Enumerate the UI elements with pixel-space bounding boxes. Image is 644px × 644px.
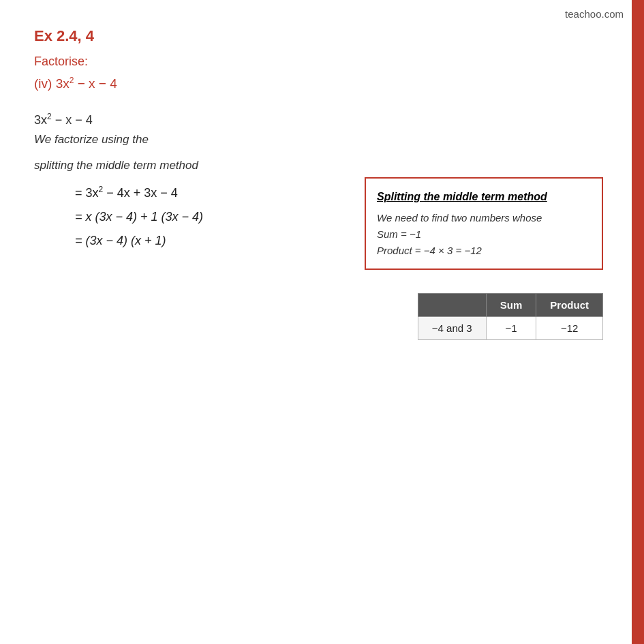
table-col-sum: Sum: [486, 294, 536, 317]
branding-text: teachoo.com: [565, 8, 624, 20]
split-line2: Sum = −1: [377, 228, 421, 240]
exercise-title: Ex 2.4, 4: [34, 27, 617, 45]
split-box: Splitting the middle term method We need…: [365, 177, 603, 270]
factorize-desc-2: splitting the middle term method: [34, 159, 617, 172]
red-sidebar: [632, 0, 644, 644]
table-cell-label: −4 and 3: [418, 317, 486, 340]
factor-table: Sum Product −4 and 3 −1 −12: [418, 293, 603, 340]
content: Ex 2.4, 4 Factorise: (iv) 3x2 − x − 4 3x…: [34, 27, 617, 258]
factorise-label: Factorise:: [34, 55, 617, 69]
page: teachoo.com Ex 2.4, 4 Factorise: (iv) 3x…: [0, 0, 644, 644]
split-box-body: We need to find two numbers whose Sum = …: [377, 210, 591, 259]
split-line1: We need to find two numbers whose: [377, 212, 542, 224]
split-line3: Product = −4 × 3 = −12: [377, 245, 482, 256]
table-col-empty: [418, 294, 486, 317]
factorize-desc-1: We factorize using the: [34, 133, 617, 147]
branding: teachoo.com: [565, 8, 624, 20]
table-cell-sum: −1: [486, 317, 536, 340]
split-box-title: Splitting the middle term method: [377, 188, 591, 206]
table-cell-product: −12: [536, 317, 603, 340]
table-col-product: Product: [536, 294, 603, 317]
expr-line: 3x2 − x − 4: [34, 112, 617, 127]
table-row: −4 and 3 −1 −12: [418, 317, 602, 340]
problem-statement: (iv) 3x2 − x − 4: [34, 76, 617, 91]
